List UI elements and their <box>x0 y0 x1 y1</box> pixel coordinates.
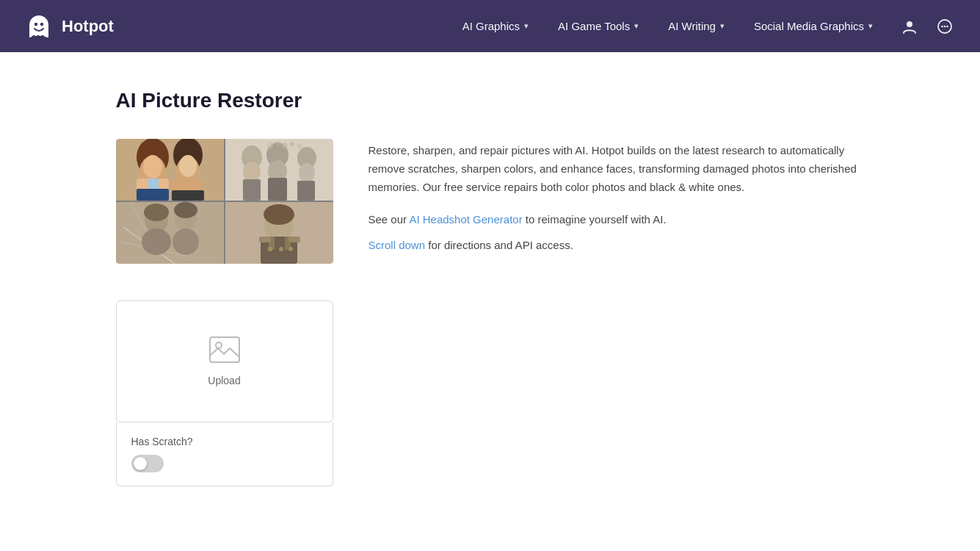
svg-point-34 <box>282 143 288 148</box>
svg-point-44 <box>174 202 197 218</box>
page-title: AI Picture Restorer <box>116 89 865 112</box>
main-content: AI Picture Restorer <box>101 52 879 516</box>
brand-logo-link[interactable]: Hotpot <box>23 11 114 42</box>
upload-box[interactable]: Upload <box>116 300 333 422</box>
svg-point-7 <box>941 25 943 27</box>
nav-ai-game-tools-label: AI Game Tools <box>558 20 630 32</box>
svg-point-46 <box>173 228 199 255</box>
user-icon <box>901 18 918 35</box>
intro-link-line: See our AI Headshot Generator to reimagi… <box>369 211 865 229</box>
nav-ai-writing[interactable]: AI Writing ▾ <box>655 14 738 38</box>
photo-collage-svg <box>116 139 333 264</box>
svg-rect-10 <box>116 139 224 201</box>
svg-point-36 <box>297 143 302 149</box>
upload-label: Upload <box>208 375 240 386</box>
scratch-label: Has Scratch? <box>131 436 318 447</box>
scroll-down-line: Scroll down for directions and API acces… <box>369 237 865 255</box>
svg-rect-20 <box>172 190 204 201</box>
user-icon-button[interactable] <box>898 15 921 38</box>
svg-point-9 <box>946 25 948 27</box>
scratch-section: Has Scratch? <box>116 422 333 486</box>
photo-collage <box>116 139 333 264</box>
reimagine-text: to reimagine yourself with AI. <box>526 213 667 226</box>
svg-point-45 <box>142 228 171 255</box>
image-upload-icon <box>209 336 240 367</box>
svg-rect-56 <box>259 237 271 242</box>
brand-name: Hotpot <box>62 17 114 36</box>
chevron-down-icon: ▾ <box>524 21 529 31</box>
nav-ai-graphics[interactable]: AI Graphics ▾ <box>449 14 542 38</box>
svg-point-8 <box>944 25 946 27</box>
svg-rect-29 <box>243 179 261 201</box>
ai-headshot-generator-link[interactable]: AI Headshot Generator <box>409 213 522 226</box>
image-icon <box>209 336 240 363</box>
nav-social-media-graphics[interactable]: Social Media Graphics ▾ <box>741 14 886 38</box>
nav-ai-game-tools[interactable]: AI Game Tools ▾ <box>545 14 652 38</box>
intro-section: Restore, sharpen, and repair pictures wi… <box>116 139 865 264</box>
chevron-down-icon-4: ▾ <box>868 21 873 31</box>
svg-point-4 <box>40 22 43 25</box>
toggle-track <box>131 455 164 472</box>
svg-point-55 <box>288 247 293 251</box>
nav-ai-writing-label: AI Writing <box>668 20 716 32</box>
nav-menu: AI Graphics ▾ AI Game Tools ▾ AI Writing… <box>449 14 886 38</box>
nav-social-media-graphics-label: Social Media Graphics <box>754 20 864 32</box>
svg-point-5 <box>907 21 912 27</box>
svg-point-61 <box>216 342 222 348</box>
svg-rect-21 <box>148 179 159 189</box>
svg-rect-30 <box>268 178 287 201</box>
svg-rect-31 <box>297 181 315 201</box>
chat-icon-button[interactable] <box>933 15 957 38</box>
svg-point-13 <box>143 155 162 179</box>
navbar: Hotpot AI Graphics ▾ AI Game Tools ▾ AI … <box>0 0 980 52</box>
svg-point-32 <box>267 142 273 148</box>
svg-point-35 <box>290 142 294 146</box>
svg-point-43 <box>144 204 169 221</box>
svg-point-24 <box>243 162 261 182</box>
nav-ai-graphics-label: AI Graphics <box>462 20 520 32</box>
svg-point-54 <box>279 247 283 251</box>
svg-point-3 <box>35 22 37 25</box>
intro-text-block: Restore, sharpen, and repair pictures wi… <box>369 139 865 255</box>
svg-point-33 <box>275 141 280 145</box>
svg-rect-57 <box>288 237 300 242</box>
svg-rect-19 <box>137 189 169 201</box>
scroll-down-link[interactable]: Scroll down <box>369 239 426 251</box>
navbar-icon-group <box>898 15 957 38</box>
svg-point-49 <box>264 204 294 225</box>
chevron-down-icon-3: ▾ <box>720 21 725 31</box>
svg-point-16 <box>179 155 197 177</box>
chevron-down-icon-2: ▾ <box>634 21 639 31</box>
see-our-text: See our <box>369 213 407 226</box>
upload-section: Upload Has Scratch? <box>116 300 333 486</box>
directions-text: for directions and API access. <box>428 239 573 251</box>
chat-icon <box>937 18 953 35</box>
hotpot-logo <box>23 11 54 42</box>
svg-rect-60 <box>210 337 239 362</box>
svg-point-28 <box>299 163 315 182</box>
toggle-thumb <box>134 457 147 470</box>
intro-description: Restore, sharpen, and repair pictures wi… <box>369 142 865 196</box>
has-scratch-toggle[interactable] <box>131 455 164 472</box>
svg-point-53 <box>268 247 272 251</box>
